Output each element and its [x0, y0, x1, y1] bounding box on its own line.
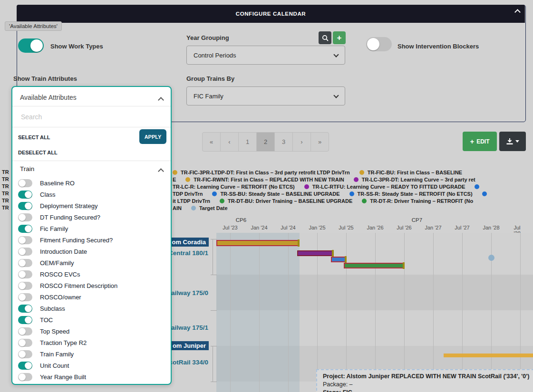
elapsed-time-shading: [216, 233, 300, 392]
gantt-bar[interactable]: [344, 263, 405, 268]
search-icon: [322, 35, 329, 41]
attribute-toggle[interactable]: [18, 339, 32, 347]
attribute-row: Year Range Built: [12, 371, 171, 382]
attribute-toggle[interactable]: [18, 225, 32, 233]
show-intervention-blockers-toggle[interactable]: [366, 37, 392, 51]
attribute-toggle[interactable]: [18, 293, 32, 301]
toggle-knob: [19, 339, 26, 346]
legend-item-label: TR-FIC-RWNT: First in Class – REPLACED W…: [194, 177, 344, 182]
period-label: CP7: [412, 217, 422, 223]
attribute-label: Traction Type R2: [40, 339, 87, 346]
attribute-search-input[interactable]: [20, 109, 160, 125]
deselect-all-link[interactable]: DESELECT ALL: [18, 150, 58, 155]
legend-item-fragment: TR: [2, 205, 9, 210]
apply-button[interactable]: APPLY: [139, 129, 166, 144]
attribute-toggle[interactable]: [18, 270, 32, 278]
page-button[interactable]: «: [202, 132, 221, 152]
legend-item-label: AIN: [173, 205, 182, 211]
attribute-toggle[interactable]: [18, 327, 32, 335]
attribute-row: Train Family: [12, 348, 171, 360]
page-button[interactable]: 2: [256, 132, 275, 152]
attribute-toggle[interactable]: [18, 259, 32, 267]
configure-calendar-header[interactable]: CONFIGURE CALENDAR: [17, 5, 525, 23]
attribute-toggle[interactable]: [18, 179, 32, 187]
legend-segments: AINTarget Date: [173, 204, 228, 211]
edit-button[interactable]: + EDIT: [463, 132, 497, 151]
toggle-knob: [25, 225, 32, 232]
toggle-knob: [19, 248, 26, 255]
collapse-train-section-button[interactable]: [159, 167, 163, 175]
toggle-knob: [19, 351, 26, 358]
attribute-toggle[interactable]: [18, 202, 32, 210]
toggle-knob: [19, 373, 26, 381]
attribute-toggle[interactable]: [18, 362, 32, 370]
toggle-knob: [19, 294, 26, 301]
legend-item-label: E: [173, 177, 176, 182]
attribute-toggle[interactable]: [18, 191, 32, 199]
month-tick-label: Jul '26: [397, 225, 411, 230]
year-grouping-label: Year Grouping: [186, 34, 229, 41]
collapse-panel-button[interactable]: [515, 8, 520, 16]
show-work-types-toggle[interactable]: [18, 38, 44, 53]
search-button[interactable]: [319, 31, 331, 44]
page-button[interactable]: ‹: [220, 132, 239, 152]
select-all-link[interactable]: SELECT ALL: [18, 134, 50, 140]
legend-segments: TDP DrivTrnTR-SS-BU: Steady State – BASE…: [173, 190, 490, 197]
add-button[interactable]: +: [333, 31, 346, 44]
month-tick-label: Jul '24: [281, 225, 295, 230]
attribute-row: ROSCO EVCs: [12, 268, 171, 280]
legend-dot: [354, 177, 359, 182]
attribute-toggle[interactable]: [18, 316, 32, 324]
axis-tick: [211, 239, 217, 239]
attribute-label: OEM/Family: [40, 259, 74, 267]
attribute-toggle[interactable]: [18, 248, 32, 256]
bar-end-cap: [403, 262, 405, 269]
attribute-row: Fic Family: [12, 223, 171, 234]
attribute-label: Top Speed: [40, 328, 69, 335]
attribute-toggle[interactable]: [18, 350, 32, 358]
legend-item-label: TR-SS-BU: Steady State – BASELINE UPGRAD…: [220, 191, 339, 197]
page-button[interactable]: ›: [292, 132, 311, 152]
attribute-list: Baseline ROClassDeployment StrategyDT Fu…: [12, 177, 171, 382]
attribute-row: ROSCO Fitment Description: [12, 280, 171, 291]
page-button[interactable]: »: [310, 132, 329, 152]
group-trains-by-label: Group Trains By: [186, 75, 234, 82]
gantt-bar[interactable]: [331, 257, 347, 262]
legend-item-label: TR-FIC-3PR-LTDP-DT: First in Class – 3rd…: [181, 170, 350, 175]
attribute-row: Baseline RO: [12, 177, 171, 189]
group-trains-by-select[interactable]: FIC Family: [186, 86, 345, 105]
attribute-toggle[interactable]: [18, 282, 32, 290]
attribute-toggle[interactable]: [18, 236, 32, 244]
gantt-bar[interactable]: [444, 354, 533, 357]
attribute-toggle[interactable]: [18, 373, 32, 381]
download-icon: [506, 138, 514, 145]
legend-dot: [185, 177, 190, 182]
plus-icon: +: [337, 33, 342, 43]
attribute-label: Class: [40, 191, 56, 198]
pagination: «‹123›»: [202, 132, 329, 152]
target-date-marker[interactable]: [488, 255, 494, 261]
gantt-bar[interactable]: [297, 250, 334, 256]
legend-dot: [359, 170, 364, 175]
collapse-dropdown-button[interactable]: [159, 96, 163, 104]
download-menu-button[interactable]: [499, 132, 526, 151]
attribute-label: DT Funding Secured?: [40, 214, 100, 221]
gridline: [462, 233, 463, 392]
chevron-down-icon: [333, 52, 339, 57]
legend-dot: [475, 184, 479, 189]
page-button[interactable]: 1: [238, 132, 257, 152]
attribute-toggle[interactable]: [18, 213, 32, 221]
legend-dot: [212, 191, 217, 196]
attribute-label: ROSCO Fitment Description: [40, 282, 117, 289]
attribute-label: ROSCO EVCs: [40, 271, 80, 278]
attribute-label: TOC: [40, 316, 53, 324]
year-grouping-select[interactable]: Control Periods: [186, 46, 345, 65]
panel-title: CONFIGURE CALENDAR: [236, 11, 306, 17]
legend-item-fragment: TR: [2, 198, 9, 203]
legend-item-label: TR-LC-RTFU: Learning Curve – READY TO FI…: [312, 184, 465, 190]
attribute-row: Introduction Date: [12, 246, 171, 257]
attribute-toggle[interactable]: [18, 305, 32, 313]
gantt-bar[interactable]: [216, 240, 300, 246]
legend-item-fragment: TR: [2, 183, 9, 189]
page-button[interactable]: 3: [274, 132, 293, 152]
